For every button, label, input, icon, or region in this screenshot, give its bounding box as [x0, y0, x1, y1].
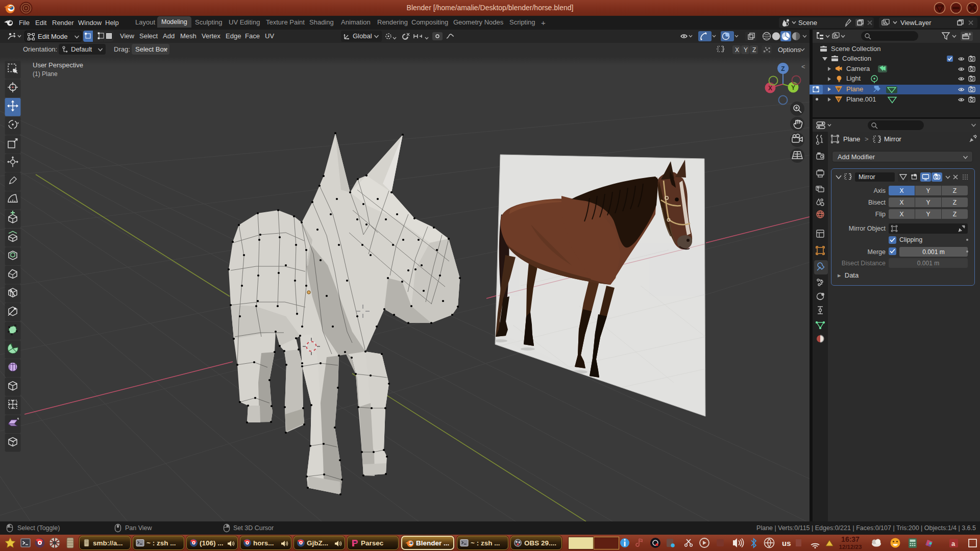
svg-text:Z: Z [781, 65, 785, 72]
svg-text:X: X [768, 85, 772, 92]
svg-text:Options: Options [778, 46, 801, 54]
svg-text:Y: Y [744, 46, 748, 54]
svg-text:us: us [782, 539, 791, 547]
svg-text:Y: Y [791, 84, 795, 91]
svg-text:Mirror: Mirror [859, 173, 875, 181]
svg-text:a: a [951, 540, 955, 547]
svg-text:X: X [735, 46, 739, 54]
svg-text:Z: Z [752, 46, 756, 54]
